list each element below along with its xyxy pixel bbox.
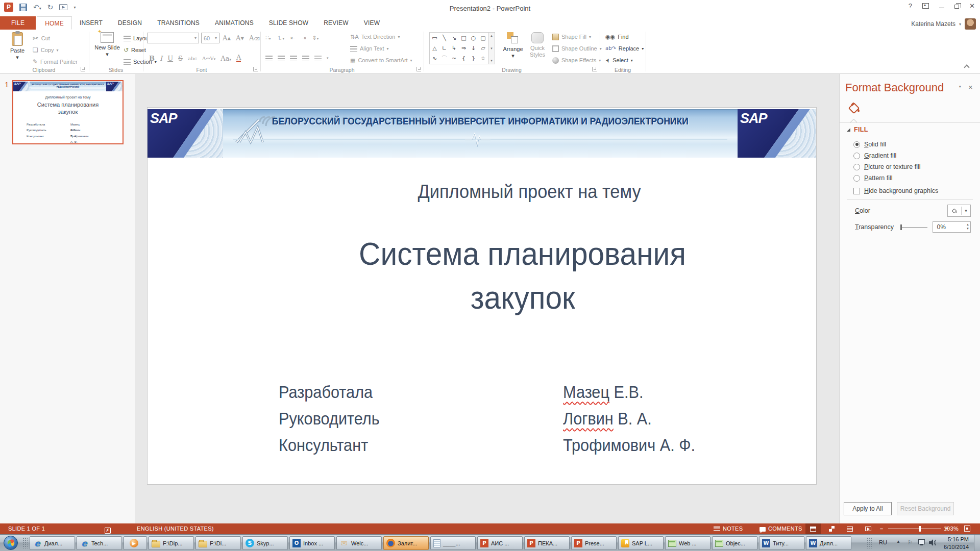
spellcheck-icon[interactable]: ✗ [105,525,113,534]
fit-slide-button[interactable] [964,525,973,532]
align-text-button[interactable]: Align Text▾ [350,43,389,54]
convert-smartart-button[interactable]: ▦Convert to SmartArt▾ [350,55,412,65]
font-dialog-launcher[interactable] [253,67,258,71]
fill-option-gradient[interactable]: Gradient fill [853,151,896,161]
taskbar-button[interactable]: S Skyp... [242,536,288,550]
account-chip[interactable]: Katerina Mazets ▾ [911,18,976,30]
bullets-button[interactable]: ∷▾ [265,35,271,41]
format-painter-button[interactable]: ✎Format Painter [33,57,78,67]
network-icon[interactable] [918,539,925,545]
zoom-slider[interactable] [888,529,941,529]
spinner-icons[interactable]: ▲▼ [966,222,969,231]
align-left-button[interactable] [265,56,273,61]
tab-slide-show[interactable]: SLIDE SHOW [261,16,316,30]
taskbar-button[interactable]: O Inbox ... [289,536,335,550]
new-slide-button[interactable]: New Slide ▾ [94,32,120,57]
slide-thumbnail[interactable]: SAP БЕЛОРУССКИЙ ГОСУДАРСТВЕННЫЙ УНИВЕРСИ… [12,80,124,144]
shape-effects-button[interactable]: Shape Effects▾ [552,55,601,65]
columns-button[interactable] [314,56,322,61]
numbering-button[interactable]: ⒈▾ [277,34,285,42]
align-right-button[interactable] [290,56,297,61]
text-direction-button[interactable]: ⇅AText Direction▾ [350,32,400,42]
slide-canvas[interactable]: SAP БЕЛОРУССКИЙ ГОСУДАРСТВЕННЫЙ УНИВЕРСИ… [135,74,839,523]
drawing-dialog-launcher[interactable] [592,67,597,71]
taskbar-button[interactable]: P ПЕКА... [524,536,570,550]
italic-button[interactable]: I [160,55,162,62]
slide-sorter-button[interactable] [824,523,839,534]
start-button[interactable] [4,536,18,550]
quick-styles-button[interactable]: Quick Styles [526,32,549,58]
tab-view[interactable]: VIEW [356,16,387,30]
arrange-button[interactable]: Arrange▾ [500,32,526,59]
transparency-slider[interactable] [901,227,927,228]
shape-outline-button[interactable]: Shape Outline▾ [552,43,602,54]
font-name-combo[interactable]: ▾ [147,33,199,43]
action-center-flag-icon[interactable]: ⚐ [908,539,913,546]
slider-thumb[interactable] [900,224,902,230]
char-spacing-button[interactable]: A⇔V▾ [202,56,215,61]
copy-button[interactable]: ❏Copy▾ [33,45,58,55]
font-size-combo[interactable]: 60▾ [201,33,219,43]
zoom-slider-thumb[interactable] [919,526,921,532]
fill-section-header[interactable]: FILL [847,126,868,133]
hide-background-checkbox[interactable]: Hide background graphics [853,186,938,196]
reading-view-button[interactable] [842,523,857,534]
paragraph-dialog-launcher[interactable] [416,67,421,71]
font-color-button[interactable]: A [236,54,241,62]
shape-fill-button[interactable]: Shape Fill▾ [552,32,591,42]
reset-background-button[interactable]: Reset Background [897,502,954,515]
change-case-button[interactable]: Aa▾ [220,55,231,62]
slideshow-button[interactable] [861,523,876,534]
apply-to-all-button[interactable]: Apply to All [844,502,892,515]
taskbar-button[interactable]: ▶ [124,536,147,550]
slide-title[interactable]: Система планирования закупок [229,232,816,320]
tray-expand-icon[interactable]: ▲ [896,539,900,544]
cut-button[interactable]: ✂Cut [33,33,50,43]
shrink-font-button[interactable]: A▾ [236,33,244,43]
taskbar-button[interactable]: W Титу... [759,536,804,550]
select-button[interactable]: ➤Select▾ [605,55,633,65]
slide-credits[interactable]: Разработала Мазец Е.В. Руководитель Логв… [279,379,769,459]
help-icon[interactable]: ? [909,2,912,10]
line-spacing-button[interactable]: ⇕▾ [312,35,318,41]
notes-button[interactable]: NOTES [714,525,743,532]
taskbar-button[interactable]: Web ... [665,536,710,550]
pane-close-icon[interactable]: ✕ [968,84,973,91]
tab-file[interactable]: FILE [0,16,36,30]
tab-design[interactable]: DESIGN [110,16,150,30]
taskbar-button[interactable]: Objec... [712,536,757,550]
tray-clock[interactable]: 5:16 PM 6/10/2014 [944,536,969,551]
zoom-level[interactable]: 103% [944,525,959,532]
decrease-indent-button[interactable]: ⇤ [290,35,295,41]
tab-review[interactable]: REVIEW [316,16,356,30]
taskbar-button[interactable]: Залит... [383,536,429,550]
replace-button[interactable]: ab↷Replace▾ [605,43,644,54]
normal-view-button[interactable] [805,523,821,534]
restore-icon[interactable] [954,5,959,9]
fill-option-solid[interactable]: Solid fill [853,139,886,149]
slide-subtitle[interactable]: Дипломный проект на тему [325,181,733,203]
tab-insert[interactable]: INSERT [72,16,110,30]
tab-transitions[interactable]: TRANSITIONS [150,16,207,30]
zoom-out-button[interactable]: – [880,525,883,532]
color-picker-button[interactable]: ▾ [947,205,971,217]
shapes-gallery[interactable]: ▭╲↘□○▢ △∟↳⇒↓▱ ∿⌒~{}☆ [429,32,488,64]
taskbar-button[interactable]: e Диал... [30,536,75,550]
taskbar-button[interactable]: ✉ Welc... [336,536,382,550]
volume-icon[interactable] [929,539,936,547]
taskbar-button[interactable]: P Prese... [571,536,617,550]
clear-formatting-button[interactable]: A⌫ [249,33,260,43]
align-center-button[interactable] [278,56,285,61]
justify-button[interactable] [302,56,309,61]
find-button[interactable]: ◉◉Find [605,32,629,42]
tab-animations[interactable]: ANIMATIONS [207,16,261,30]
strikethrough-button[interactable]: S [178,55,183,62]
taskbar-button[interactable]: P АИС ... [477,536,523,550]
clipboard-dialog-launcher[interactable] [81,67,85,71]
increase-indent-button[interactable]: ⇥ [301,35,306,41]
collapse-ribbon-icon[interactable] [964,64,969,70]
tab-home[interactable]: HOME [37,16,72,30]
fill-option-picture[interactable]: Picture or texture fill [853,162,920,172]
shapes-gallery-scrollbar[interactable]: ▴▾▾ [488,32,495,64]
pane-menu-icon[interactable]: ▾ [959,84,961,91]
